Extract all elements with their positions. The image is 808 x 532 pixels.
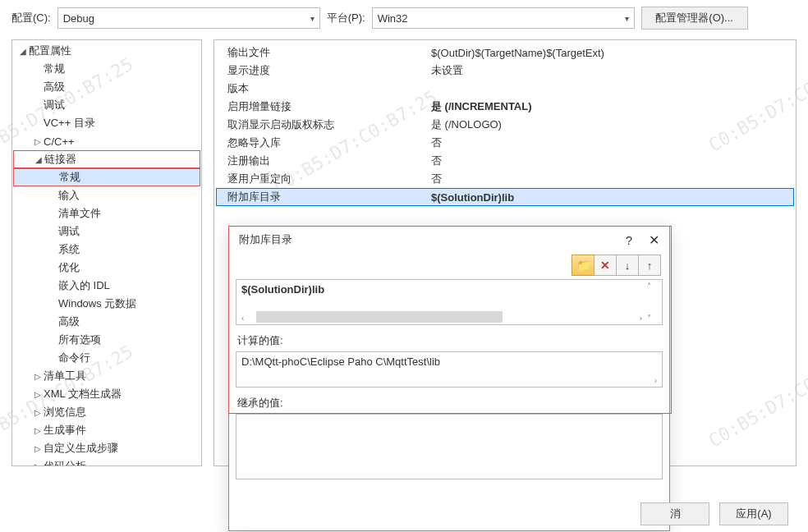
tree-twisty-icon[interactable]: ▷ [32, 426, 44, 435]
property-row[interactable]: 显示进度未设置 [216, 62, 794, 80]
dialog-title: 附加库目录 [239, 232, 292, 247]
platform-combo[interactable]: Win32 ▾ [372, 7, 635, 29]
property-name: 逐用户重定向 [216, 172, 429, 186]
calculated-values-label: 计算的值: [236, 333, 663, 348]
property-name: 输出文件 [216, 45, 429, 60]
tree-item[interactable]: 调试 [12, 96, 201, 114]
property-value[interactable]: 是 (/INCREMENTAL) [429, 99, 794, 114]
tree-twisty-icon[interactable]: ▷ [32, 444, 44, 453]
tree-item-label: 常规 [44, 62, 65, 76]
tree-item-label: 所有选项 [58, 332, 101, 347]
apply-button[interactable]: 应用(A) [719, 502, 788, 525]
property-row[interactable]: 版本 [216, 80, 794, 98]
property-value[interactable]: $(SolutionDir)lib [429, 191, 794, 204]
tree-twisty-icon[interactable]: ▷ [32, 372, 44, 381]
property-row[interactable]: 附加库目录$(SolutionDir)lib [216, 188, 794, 206]
tree-item[interactable]: 高级 [12, 78, 201, 96]
property-row[interactable]: 忽略导入库否 [216, 134, 794, 152]
scrollbar-thumb[interactable] [256, 311, 503, 323]
tree-item-label: 生成事件 [44, 423, 86, 438]
tree-item-label: 配置属性 [29, 44, 71, 58]
property-row[interactable]: 取消显示启动版权标志是 (/NOLOGO) [216, 116, 794, 134]
tree-item[interactable]: Windows 元数据 [12, 295, 201, 313]
property-value[interactable]: 否 [429, 154, 794, 168]
tree-twisty-icon[interactable]: ▷ [32, 390, 44, 399]
cancel-button[interactable]: 消 [640, 502, 709, 525]
directories-listbox[interactable]: $(SolutionDir)lib ˄˅ ‹ › [236, 279, 663, 325]
tree-item[interactable]: 高级 [12, 313, 201, 331]
chevron-down-icon: ▾ [310, 14, 314, 23]
tree-twisty-icon[interactable]: ▷ [32, 408, 44, 417]
property-value[interactable]: 是 (/NOLOGO) [429, 117, 794, 132]
tree-item[interactable]: ▷生成事件 [12, 421, 201, 439]
x-icon: ✕ [600, 259, 610, 272]
close-icon[interactable]: ✕ [649, 232, 659, 248]
tree-item[interactable]: VC++ 目录 [12, 114, 201, 132]
property-row[interactable]: 逐用户重定向否 [216, 170, 794, 188]
tree-item-label: C/C++ [44, 135, 75, 148]
new-folder-button[interactable]: 📁 [572, 255, 595, 276]
config-value: Debug [63, 12, 94, 25]
property-row[interactable]: 启用增量链接是 (/INCREMENTAL) [216, 98, 794, 116]
tree-item-label: 自定义生成步骤 [44, 441, 118, 456]
tree-item[interactable]: 系统 [12, 241, 201, 259]
arrow-down-icon: ↓ [625, 259, 631, 272]
property-value[interactable]: 否 [429, 172, 794, 186]
tree-twisty-icon[interactable]: ▷ [32, 137, 44, 146]
tree-twisty-icon[interactable]: ◢ [17, 47, 29, 56]
tree-item[interactable]: ▷代码分析 [12, 457, 201, 466]
property-name: 附加库目录 [216, 190, 429, 204]
tree-item[interactable]: 清单文件 [12, 204, 201, 222]
tree-item[interactable]: ▷清单工具 [12, 367, 201, 385]
tree-item[interactable]: ◢配置属性 [12, 42, 201, 60]
tree-item[interactable]: 输入 [12, 186, 201, 204]
chevron-down-icon: ▾ [625, 14, 629, 23]
directory-entry[interactable]: $(SolutionDir)lib [241, 283, 657, 296]
config-manager-button[interactable]: 配置管理器(O)... [641, 7, 748, 30]
scroll-right-icon[interactable]: › [640, 314, 642, 323]
property-row[interactable]: 注册输出否 [216, 152, 794, 170]
tree-item[interactable]: 调试 [12, 222, 201, 241]
tree-item-label: 高级 [58, 314, 80, 329]
tree-panel: ◢配置属性常规高级调试VC++ 目录▷C/C++◢链接器常规输入清单文件调试系统… [11, 39, 202, 466]
move-down-button[interactable]: ↓ [616, 255, 639, 276]
tree-item[interactable]: ▷自定义生成步骤 [12, 439, 201, 457]
help-icon[interactable]: ? [626, 233, 632, 247]
tree-item-label: 高级 [44, 80, 65, 94]
tree-twisty-icon[interactable]: ◢ [33, 155, 44, 164]
calculated-value: D:\MQtt-phoC\Eclipse Paho C\MqttTest\lib [241, 355, 440, 368]
property-value[interactable]: 未设置 [429, 63, 794, 78]
tree-item[interactable]: 所有选项 [12, 331, 201, 349]
scroll-up-icon[interactable]: ˄ [647, 282, 660, 291]
calculated-values-box: D:\MQtt-phoC\Eclipse Paho C\MqttTest\lib… [236, 351, 663, 388]
delete-button[interactable]: ✕ [594, 255, 617, 276]
property-value[interactable]: $(OutDir)$(TargetName)$(TargetExt) [429, 47, 794, 59]
tree-item[interactable]: 命令行 [12, 349, 201, 367]
tree-item[interactable]: ◢链接器 [13, 150, 200, 168]
scroll-right-icon[interactable]: › [654, 376, 657, 385]
tree-item[interactable]: ▷C/C++ [12, 132, 201, 150]
tree-item[interactable]: 嵌入的 IDL [12, 277, 201, 295]
property-value[interactable]: 否 [429, 135, 794, 150]
scroll-left-icon[interactable]: ‹ [241, 314, 244, 323]
tree-item-label: 浏览信息 [44, 405, 86, 420]
config-combo[interactable]: Debug ▾ [57, 7, 320, 29]
property-row[interactable]: 输出文件$(OutDir)$(TargetName)$(TargetExt) [216, 44, 794, 62]
property-name: 显示进度 [216, 63, 429, 78]
tree-item[interactable]: 常规 [12, 60, 201, 78]
tree-scroll[interactable]: ◢配置属性常规高级调试VC++ 目录▷C/C++◢链接器常规输入清单文件调试系统… [12, 40, 201, 466]
move-up-button[interactable]: ↑ [638, 255, 661, 276]
platform-value: Win32 [378, 12, 408, 25]
config-manager-label: 配置管理器(O)... [655, 11, 733, 25]
tree-item-label: Windows 元数据 [58, 296, 136, 311]
tree-item-label: VC++ 目录 [44, 116, 95, 131]
tree-item[interactable]: ▷XML 文档生成器 [12, 385, 201, 403]
tree-item[interactable]: 优化 [12, 259, 201, 277]
tree-item[interactable]: ▷浏览信息 [12, 403, 201, 421]
tree-twisty-icon[interactable]: ▷ [32, 462, 44, 466]
tree-item-label: 调试 [44, 98, 65, 112]
tree-item[interactable]: 常规 [13, 168, 200, 186]
tree-item-label: 常规 [59, 170, 80, 185]
tree-item-label: 优化 [58, 260, 80, 275]
scroll-down-icon[interactable]: ˅ [647, 314, 660, 323]
